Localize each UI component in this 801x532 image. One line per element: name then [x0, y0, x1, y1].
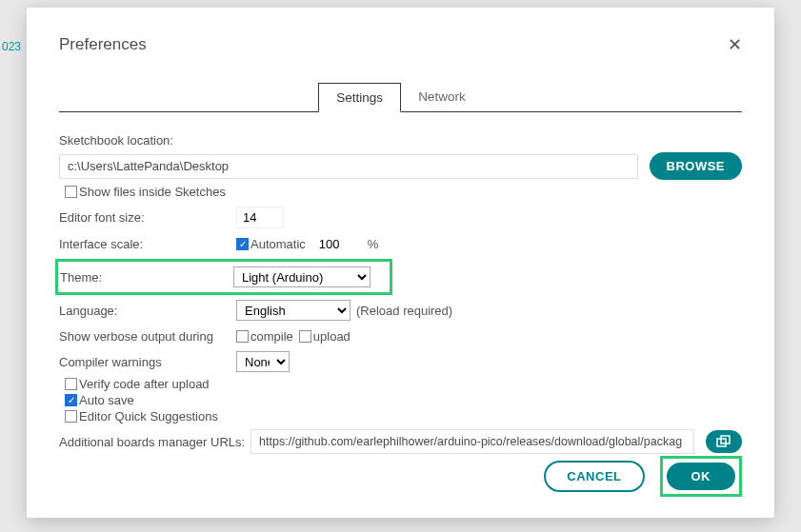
theme-label: Theme: [60, 270, 233, 285]
sketchbook-location-input[interactable] [59, 154, 638, 179]
dialog-header: Preferences ✕ [59, 34, 742, 55]
font-size-input[interactable] [236, 207, 284, 228]
reload-required-label: (Reload required) [356, 304, 452, 318]
verbose-row: Show verbose output during compile uploa… [59, 325, 742, 346]
options-list: Verify code after upload ✓ Auto save Edi… [65, 377, 742, 424]
compile-label: compile [250, 329, 293, 344]
show-files-label: Show files inside Sketches [79, 185, 226, 199]
verify-checkbox[interactable] [65, 378, 77, 390]
dialog-title: Preferences [59, 35, 147, 54]
scale-value-input[interactable] [315, 234, 358, 254]
font-size-row: Editor font size: [59, 207, 742, 228]
ok-highlight: OK [660, 456, 743, 497]
language-label: Language: [59, 304, 236, 318]
backdrop-hint: 023 [0, 38, 29, 59]
tab-settings[interactable]: Settings [318, 83, 401, 112]
language-row: Language: English (Reload required) [59, 300, 742, 321]
language-select[interactable]: English [236, 300, 350, 321]
warnings-row: Compiler warnings None [59, 351, 742, 372]
form-area: Sketchbook location: BROWSE Show files i… [59, 129, 742, 454]
font-size-label: Editor font size: [59, 210, 236, 225]
upload-checkbox[interactable] [299, 330, 311, 343]
percent-label: % [368, 237, 379, 251]
compile-checkbox[interactable] [236, 330, 249, 343]
show-files-row: Show files inside Sketches [65, 185, 742, 199]
verify-label: Verify code after upload [79, 377, 210, 391]
sketchbook-label: Sketchbook location: [59, 133, 173, 148]
cancel-button[interactable]: CANCEL [544, 461, 644, 492]
theme-select[interactable]: Light (Arduino) [233, 266, 370, 287]
sketchbook-label-row: Sketchbook location: [59, 129, 742, 150]
autosave-checkbox[interactable]: ✓ [65, 394, 77, 406]
urls-expand-button[interactable] [706, 430, 742, 453]
verbose-label: Show verbose output during [59, 329, 236, 344]
quick-suggestions-label: Editor Quick Suggestions [79, 409, 218, 424]
automatic-checkbox[interactable]: ✓ [236, 238, 249, 250]
sketchbook-row: BROWSE [59, 152, 742, 180]
autosave-label: Auto save [79, 393, 134, 407]
close-icon[interactable]: ✕ [728, 34, 742, 55]
interface-scale-row: Interface scale: ✓ Automatic % [59, 233, 742, 254]
interface-scale-label: Interface scale: [59, 237, 236, 251]
ok-button[interactable]: OK [667, 463, 736, 490]
urls-row: Additional boards manager URLs: [59, 429, 742, 454]
expand-icon [716, 435, 731, 448]
urls-input[interactable] [250, 429, 694, 454]
warnings-select[interactable]: None [236, 351, 290, 372]
dialog-footer: CANCEL OK [59, 456, 742, 497]
quick-suggestions-checkbox[interactable] [65, 410, 77, 423]
tab-network[interactable]: Network [401, 83, 483, 112]
theme-row: Theme: Light (Arduino) [55, 259, 392, 295]
warnings-label: Compiler warnings [59, 355, 236, 369]
preferences-dialog: Preferences ✕ Settings Network Sketchboo… [27, 8, 774, 518]
browse-button[interactable]: BROWSE [650, 152, 743, 180]
tabs: Settings Network [59, 82, 742, 112]
automatic-label: Automatic [250, 237, 306, 251]
upload-label: upload [313, 329, 350, 344]
urls-label: Additional boards manager URLs: [59, 435, 245, 449]
show-files-checkbox[interactable] [65, 186, 77, 198]
